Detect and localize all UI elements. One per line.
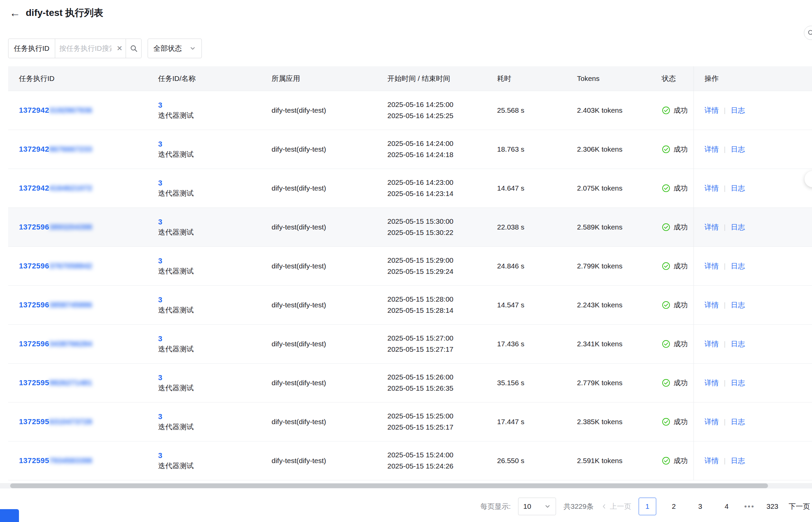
app-name: dify-test(dify-test): [263, 402, 379, 441]
exec-id-prefix: 1372596: [19, 340, 49, 348]
detail-link[interactable]: 详情: [705, 300, 719, 310]
detail-link[interactable]: 详情: [705, 144, 719, 154]
status-filter-value: 全部状态: [153, 44, 182, 53]
exec-id-link[interactable]: 13725963893204398: [19, 223, 93, 231]
floating-search-button[interactable]: [804, 26, 812, 40]
log-link[interactable]: 日志: [731, 378, 745, 388]
status-text: 成功: [674, 300, 688, 310]
log-link[interactable]: 日志: [731, 106, 745, 115]
app-name: dify-test(dify-test): [263, 207, 379, 246]
detail-link[interactable]: 详情: [705, 339, 719, 349]
task-id-link[interactable]: 3: [158, 256, 263, 266]
detail-link[interactable]: 详情: [705, 378, 719, 388]
back-arrow-icon[interactable]: ←: [9, 7, 20, 18]
task-id-link[interactable]: 3: [158, 101, 263, 110]
search-button[interactable]: [126, 39, 141, 58]
end-time: 2025-05-15 15:26:35: [388, 383, 489, 394]
exec-id-link[interactable]: 13729428676667233: [19, 145, 93, 153]
corner-widget-button[interactable]: [0, 509, 19, 522]
detail-link[interactable]: 详情: [705, 222, 719, 232]
exec-id-prefix: 1372942: [19, 184, 49, 192]
table-row: 13725963893204398 3 迭代器测试 dify-test(dify…: [8, 207, 812, 246]
task-id-link[interactable]: 3: [158, 451, 263, 460]
task-id-link[interactable]: 3: [158, 139, 263, 149]
status-text: 成功: [674, 456, 688, 465]
log-link[interactable]: 日志: [731, 456, 745, 465]
task-id-link[interactable]: 3: [158, 178, 263, 188]
status-badge: 成功: [662, 417, 693, 426]
start-time: 2025-05-16 14:23:00: [388, 177, 489, 188]
log-link[interactable]: 日志: [731, 222, 745, 232]
log-link[interactable]: 日志: [731, 183, 745, 193]
start-time: 2025-05-15 15:26:00: [388, 372, 489, 383]
page-button-last[interactable]: 323: [764, 498, 781, 515]
next-page-button[interactable]: 下一页: [789, 502, 812, 511]
exec-id-prefix: 1372595: [19, 417, 49, 426]
action-separator: |: [724, 457, 726, 465]
prev-page-button[interactable]: 上一页: [601, 502, 631, 511]
start-time: 2025-05-15 15:24:00: [388, 449, 489, 461]
task-id-link[interactable]: 3: [158, 334, 263, 344]
exec-id-link[interactable]: 13729423192967936: [19, 106, 93, 115]
exec-id-masked: 4164621072: [49, 184, 92, 192]
task-id-link[interactable]: 3: [158, 412, 263, 421]
table-row: 13725959826271481 3 迭代器测试 dify-test(dify…: [8, 363, 812, 402]
tokens: 2.403K tokens: [569, 91, 654, 130]
scrollbar-thumb[interactable]: [10, 483, 768, 488]
log-link[interactable]: 日志: [731, 417, 745, 426]
action-separator: |: [724, 223, 726, 231]
log-link[interactable]: 日志: [731, 300, 745, 310]
exec-id-masked: 3893204398: [49, 223, 92, 231]
exec-id-link[interactable]: 13725963767058842: [19, 262, 93, 270]
log-link[interactable]: 日志: [731, 144, 745, 154]
task-name: 迭代器测试: [158, 461, 263, 470]
app-name: dify-test(dify-test): [263, 285, 379, 324]
action-separator: |: [724, 379, 726, 387]
search-field-selector[interactable]: 任务执行ID: [8, 39, 55, 58]
exec-id-link[interactable]: 13725956310473728: [19, 417, 93, 426]
log-link[interactable]: 日志: [731, 261, 745, 271]
detail-link[interactable]: 详情: [705, 456, 719, 465]
exec-id-prefix: 1372596: [19, 262, 49, 270]
status-filter-select[interactable]: 全部状态: [147, 39, 202, 58]
column-header-duration: 耗时: [489, 66, 569, 91]
per-page-select[interactable]: 10: [518, 498, 556, 515]
page-ellipsis[interactable]: •••: [744, 502, 755, 510]
page-button-3[interactable]: 3: [691, 498, 709, 515]
detail-link[interactable]: 详情: [705, 183, 719, 193]
page-button-2[interactable]: 2: [665, 498, 682, 515]
search-input[interactable]: [55, 39, 114, 58]
tokens: 2.779K tokens: [569, 363, 654, 402]
clear-icon[interactable]: ✕: [114, 39, 126, 58]
task-id-link[interactable]: 3: [158, 217, 263, 227]
chevron-left-icon: [601, 503, 607, 509]
column-header-tokens: Tokens: [569, 66, 654, 91]
search-group: 任务执行ID ✕: [8, 39, 141, 58]
status-badge: 成功: [662, 378, 693, 388]
exec-id-link[interactable]: 13725957934583398: [19, 456, 93, 465]
tokens: 2.589K tokens: [569, 207, 654, 246]
exec-id-masked: 3438766284: [49, 340, 92, 348]
exec-id-link[interactable]: 13725959826271481: [19, 379, 93, 387]
status-text: 成功: [674, 261, 688, 271]
exec-id-masked: 9826271481: [49, 379, 92, 387]
page-button-1[interactable]: 1: [639, 498, 656, 515]
column-header-actions: 操作: [693, 66, 812, 91]
task-id-link[interactable]: 3: [158, 373, 263, 383]
status-badge: 成功: [662, 144, 693, 154]
exec-id-link[interactable]: 13725963858745886: [19, 301, 93, 309]
detail-link[interactable]: 详情: [705, 261, 719, 271]
detail-link[interactable]: 详情: [705, 106, 719, 115]
detail-link[interactable]: 详情: [705, 417, 719, 426]
exec-id-link[interactable]: 13725963438766284: [19, 340, 93, 348]
task-id-link[interactable]: 3: [158, 295, 263, 305]
log-link[interactable]: 日志: [731, 339, 745, 349]
status-text: 成功: [674, 222, 688, 232]
exec-id-link[interactable]: 13729424164621072: [19, 184, 93, 192]
page-button-4[interactable]: 4: [718, 498, 735, 515]
table-body: 13729423192967936 3 迭代器测试 dify-test(dify…: [8, 91, 812, 480]
duration: 17.436 s: [489, 324, 569, 363]
action-separator: |: [724, 262, 726, 270]
search-icon: [807, 29, 812, 37]
task-name: 迭代器测试: [158, 228, 263, 237]
